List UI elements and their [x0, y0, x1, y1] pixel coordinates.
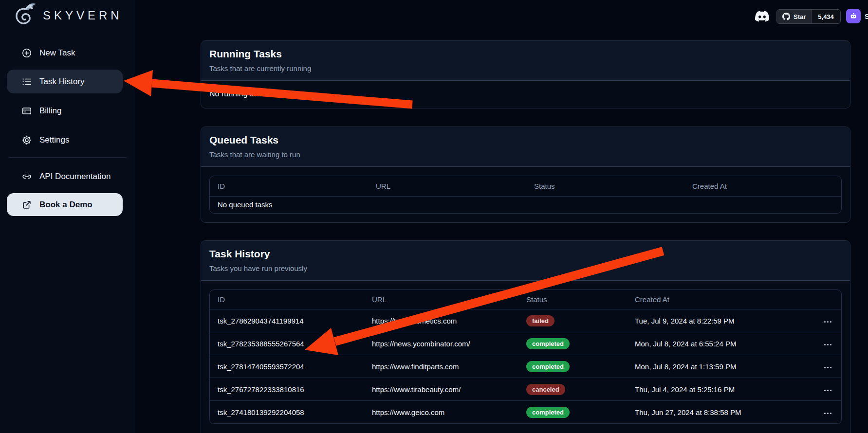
column-header-id: ID: [210, 182, 368, 190]
task-status-cell: canceled: [518, 384, 627, 395]
task-url-cell: https://news.ycombinator.com/: [364, 340, 518, 348]
github-star-label: Star: [794, 13, 806, 20]
task-url-cell: https://www.geico.com: [364, 408, 518, 416]
row-actions-ellipsis-icon[interactable]: [823, 318, 832, 325]
status-badge: completed: [526, 338, 570, 349]
task-id-cell: tsk_278629043741199914: [210, 317, 364, 325]
column-header-created-at: Created At: [684, 182, 841, 190]
created-at-cell: Tue, Jul 9, 2024 at 8:22:59 PM: [627, 317, 788, 325]
task-history-table: ID URL Status Created At tsk_27862904374…: [209, 289, 842, 424]
account-avatar[interactable]: [846, 9, 861, 23]
credit-card-icon: [21, 106, 32, 116]
sidebar-item-label: New Task: [39, 48, 75, 58]
task-history-header: Task History Tasks you have run previous…: [201, 241, 850, 281]
table-header-row: ID URL Status Created At: [210, 176, 841, 197]
table-row[interactable]: tsk_274180139292204058 https://www.geico…: [210, 401, 841, 424]
row-actions-ellipsis-icon[interactable]: [823, 364, 832, 371]
task-url-cell: https://tartecosmetics.com: [364, 317, 518, 325]
row-actions-ellipsis-icon[interactable]: [823, 410, 832, 417]
running-tasks-card: Running Tasks Tasks that are currently r…: [201, 40, 850, 108]
running-tasks-header: Running Tasks Tasks that are currently r…: [201, 41, 850, 81]
table-row[interactable]: tsk_278629043741199914 https://tartecosm…: [210, 309, 841, 332]
task-id-cell: tsk_276727822333810816: [210, 385, 364, 394]
discord-link[interactable]: [755, 9, 769, 23]
created-at-cell: Mon, Jul 8, 2024 at 6:55:24 PM: [627, 340, 788, 348]
card-title: Running Tasks: [209, 48, 842, 60]
task-id-cell: tsk_278235388555267564: [210, 340, 364, 348]
github-star-button[interactable]: Star: [777, 10, 811, 23]
status-badge: canceled: [526, 384, 565, 395]
queued-tasks-header: Queued Tasks Tasks that are waiting to r…: [201, 127, 850, 167]
plus-circle-icon: [21, 48, 32, 58]
row-actions-cell: [815, 407, 841, 417]
task-status-cell: failed: [518, 315, 627, 326]
task-id-cell: tsk_274180139292204058: [210, 408, 364, 416]
sidebar-item-api-documentation[interactable]: API Documentation: [7, 164, 123, 188]
book-a-demo-button[interactable]: Book a Demo: [7, 193, 123, 216]
table-header-row: ID URL Status Created At: [210, 290, 841, 309]
status-badge: completed: [526, 361, 570, 372]
status-badge: failed: [526, 315, 554, 326]
row-actions-cell: [815, 384, 841, 394]
task-status-cell: completed: [518, 338, 627, 349]
sidebar-divider: [9, 157, 127, 158]
table-body: tsk_278629043741199914 https://tartecosm…: [210, 309, 841, 424]
task-status-cell: completed: [518, 361, 627, 372]
column-header-url: URL: [368, 182, 526, 190]
row-actions-ellipsis-icon[interactable]: [823, 341, 832, 348]
created-at-cell: Thu, Jul 4, 2024 at 5:25:16 PM: [627, 385, 788, 394]
sidebar-item-label: Book a Demo: [39, 200, 92, 210]
robot-avatar-icon: [849, 12, 858, 20]
sidebar-item-label: API Documentation: [39, 172, 111, 181]
column-header-url: URL: [364, 295, 518, 304]
no-queued-tasks-text: No queued tasks: [210, 197, 841, 213]
table-row[interactable]: tsk_276727822333810816 https://www.tirab…: [210, 378, 841, 401]
table-row[interactable]: tsk_278147405593572204 https://www.findi…: [210, 355, 841, 378]
task-url-cell: https://www.tirabeauty.com/: [364, 385, 518, 394]
list-icon: [21, 76, 32, 87]
row-actions-ellipsis-icon[interactable]: [823, 387, 832, 394]
sidebar-item-task-history[interactable]: Task History: [7, 70, 123, 93]
card-subtitle: Tasks that are currently running: [209, 64, 842, 72]
account-label: Sk: [865, 12, 868, 20]
sidebar-item-label: Task History: [39, 77, 85, 87]
sidebar-item-billing[interactable]: Billing: [7, 99, 123, 123]
column-header-created-at: Created At: [627, 295, 788, 304]
sidebar: SKYVERN New Task Task History Billing Se…: [0, 0, 135, 433]
brand-name: SKYVERN: [43, 9, 123, 22]
task-status-cell: completed: [518, 407, 627, 418]
column-header-id: ID: [210, 295, 364, 304]
task-url-cell: https://www.finditparts.com: [364, 362, 518, 371]
column-header-status: Status: [518, 295, 627, 304]
created-at-cell: Thu, Jun 27, 2024 at 8:38:58 PM: [627, 408, 788, 416]
dragon-logo-icon: [14, 2, 39, 29]
table-row[interactable]: tsk_278235388555267564 https://news.ycom…: [210, 332, 841, 355]
row-actions-cell: [815, 339, 841, 348]
github-icon: [782, 13, 790, 20]
row-actions-cell: [815, 316, 841, 325]
link-icon: [21, 171, 32, 182]
created-at-cell: Mon, Jul 8, 2024 at 1:13:59 PM: [627, 362, 788, 371]
queued-tasks-card: Queued Tasks Tasks that are waiting to r…: [201, 126, 850, 223]
card-title: Task History: [209, 248, 842, 260]
sidebar-item-label: Billing: [39, 106, 61, 116]
sidebar-item-new-task[interactable]: New Task: [7, 41, 123, 65]
task-history-card: Task History Tasks you have run previous…: [201, 240, 850, 433]
gear-icon: [21, 135, 32, 145]
queued-tasks-table: ID URL Status Created At No queued tasks: [209, 176, 842, 214]
card-subtitle: Tasks that are waiting to run: [209, 150, 842, 159]
discord-icon: [755, 9, 769, 23]
github-star-count[interactable]: 5,434: [811, 10, 840, 23]
task-id-cell: tsk_278147405593572204: [210, 362, 364, 371]
github-star-widget: Star 5,434: [776, 9, 841, 24]
no-running-tasks-text: No running tasks: [201, 81, 850, 107]
skyvern-logo[interactable]: SKYVERN: [14, 2, 123, 29]
card-title: Queued Tasks: [209, 134, 842, 146]
sidebar-item-settings[interactable]: Settings: [7, 128, 123, 152]
sidebar-item-label: Settings: [39, 135, 69, 145]
card-subtitle: Tasks you have run previously: [209, 264, 842, 272]
external-link-icon: [21, 199, 32, 210]
status-badge: completed: [526, 407, 570, 418]
row-actions-cell: [815, 361, 841, 371]
column-header-status: Status: [526, 182, 684, 190]
